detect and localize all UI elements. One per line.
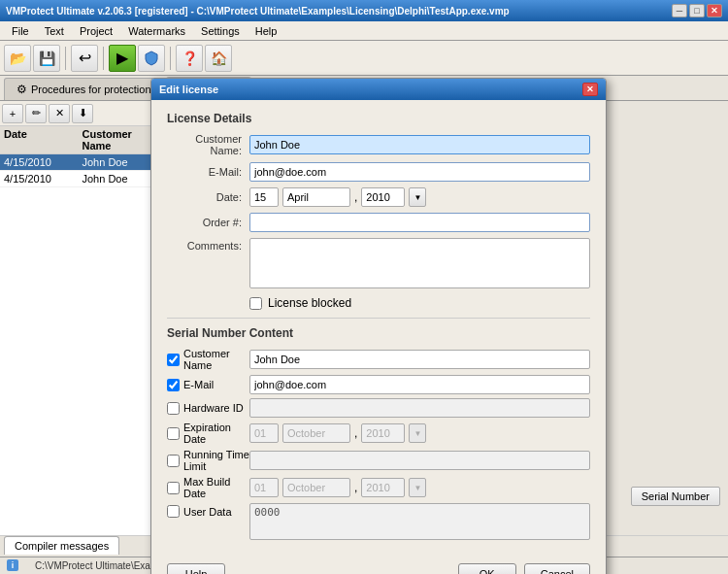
dialog-title: Edit license bbox=[159, 84, 218, 95]
snc-expiration-dropdown-button[interactable]: ▼ bbox=[409, 423, 426, 443]
date-day-input[interactable] bbox=[249, 187, 279, 207]
comments-row: Comments: bbox=[167, 238, 590, 288]
snc-max-build-comma: , bbox=[354, 481, 357, 494]
date-month-input[interactable] bbox=[282, 187, 350, 207]
snc-customer-name-input[interactable] bbox=[249, 350, 590, 369]
snc-max-build-month-input bbox=[282, 478, 350, 497]
dialog-body: License Details Customer Name: E-Mail: D… bbox=[151, 100, 606, 556]
snc-expiration-checkbox[interactable] bbox=[167, 427, 180, 440]
snc-email-input[interactable] bbox=[249, 375, 590, 394]
snc-email-label: E-Mail bbox=[183, 379, 214, 390]
customer-name-input[interactable] bbox=[249, 135, 590, 154]
order-num-label: Order #: bbox=[167, 217, 249, 228]
snc-running-time-row: Running Time Limit bbox=[167, 449, 590, 472]
snc-max-build-day-input bbox=[249, 478, 279, 497]
snc-hardware-label: Hardware ID bbox=[183, 402, 244, 414]
modal-overlay: Edit license ✕ License Details Customer … bbox=[0, 0, 728, 574]
ok-button[interactable]: OK bbox=[458, 563, 516, 574]
snc-customer-name-checkbox-container: Customer Name bbox=[167, 348, 249, 371]
snc-email-row: E-Mail bbox=[167, 375, 590, 394]
snc-expiration-checkbox-container: Expiration Date bbox=[167, 422, 249, 445]
snc-user-data-row: User Data 0000 bbox=[167, 503, 590, 540]
snc-max-build-date-controls: , ▼ bbox=[249, 478, 426, 497]
date-comma: , bbox=[354, 190, 357, 204]
email-row: E-Mail: bbox=[167, 162, 590, 182]
snc-max-build-label: Max Build Date bbox=[183, 476, 249, 499]
cancel-button[interactable]: Cancel bbox=[524, 563, 590, 574]
snc-expiration-label: Expiration Date bbox=[183, 422, 249, 445]
divider bbox=[167, 318, 590, 319]
date-row: Date: , ▼ bbox=[167, 187, 590, 207]
snc-running-time-input bbox=[249, 451, 590, 470]
date-controls: , ▼ bbox=[249, 187, 426, 207]
dialog-footer: Help OK Cancel bbox=[151, 556, 606, 574]
snc-user-data-checkbox-container: User Data bbox=[167, 503, 249, 518]
snc-hardware-checkbox-container: Hardware ID bbox=[167, 402, 249, 415]
snc-max-build-row: Max Build Date , ▼ bbox=[167, 476, 590, 499]
snc-hardware-checkbox[interactable] bbox=[167, 402, 180, 415]
snc-customer-name-checkbox[interactable] bbox=[167, 354, 180, 366]
date-year-input[interactable] bbox=[361, 187, 405, 207]
snc-expiration-comma: , bbox=[354, 426, 357, 440]
order-num-row: Order #: bbox=[167, 213, 590, 232]
snc-expiration-row: Expiration Date , ▼ bbox=[167, 422, 590, 445]
snc-user-data-label: User Data bbox=[183, 506, 232, 518]
snc-user-data-checkbox[interactable] bbox=[167, 505, 180, 518]
snc-max-build-year-input bbox=[361, 478, 405, 497]
snc-max-build-checkbox-container: Max Build Date bbox=[167, 476, 249, 499]
customer-name-label: Customer Name: bbox=[167, 133, 249, 156]
email-input[interactable] bbox=[249, 162, 590, 182]
comments-input[interactable] bbox=[249, 238, 590, 288]
snc-hardware-row: Hardware ID bbox=[167, 398, 590, 418]
snc-customer-name-row: Customer Name bbox=[167, 348, 590, 371]
snc-running-time-checkbox-container: Running Time Limit bbox=[167, 449, 249, 472]
license-blocked-checkbox[interactable] bbox=[249, 297, 262, 310]
license-details-section-title: License Details bbox=[167, 112, 590, 125]
serial-number-section-title: Serial Number Content bbox=[167, 326, 590, 340]
snc-running-time-label: Running Time Limit bbox=[183, 449, 249, 472]
snc-user-data-input: 0000 bbox=[249, 503, 590, 540]
help-button[interactable]: Help bbox=[167, 563, 225, 574]
order-num-input[interactable] bbox=[249, 213, 590, 232]
license-blocked-label: License blocked bbox=[268, 296, 351, 310]
snc-expiration-year-input bbox=[361, 423, 405, 443]
license-blocked-row: License blocked bbox=[249, 296, 590, 310]
snc-running-time-checkbox[interactable] bbox=[167, 455, 180, 467]
ok-cancel-group: OK Cancel bbox=[458, 563, 590, 574]
dialog-close-button[interactable]: ✕ bbox=[582, 83, 598, 96]
snc-email-checkbox-container: E-Mail bbox=[167, 379, 249, 391]
snc-expiration-date-controls: , ▼ bbox=[249, 423, 426, 443]
comments-label: Comments: bbox=[167, 238, 249, 252]
email-label: E-Mail: bbox=[167, 166, 249, 178]
snc-expiration-day-input bbox=[249, 423, 279, 443]
customer-name-row: Customer Name: bbox=[167, 133, 590, 156]
dialog-title-bar: Edit license ✕ bbox=[151, 79, 606, 100]
snc-max-build-checkbox[interactable] bbox=[167, 482, 180, 494]
date-label: Date: bbox=[167, 191, 249, 203]
snc-customer-name-label: Customer Name bbox=[183, 348, 249, 371]
snc-email-checkbox[interactable] bbox=[167, 379, 180, 391]
date-dropdown-button[interactable]: ▼ bbox=[409, 187, 426, 207]
snc-max-build-dropdown-button[interactable]: ▼ bbox=[409, 478, 426, 497]
snc-hardware-input bbox=[249, 398, 590, 418]
edit-license-dialog: Edit license ✕ License Details Customer … bbox=[150, 78, 607, 574]
snc-expiration-month-input bbox=[282, 423, 350, 443]
